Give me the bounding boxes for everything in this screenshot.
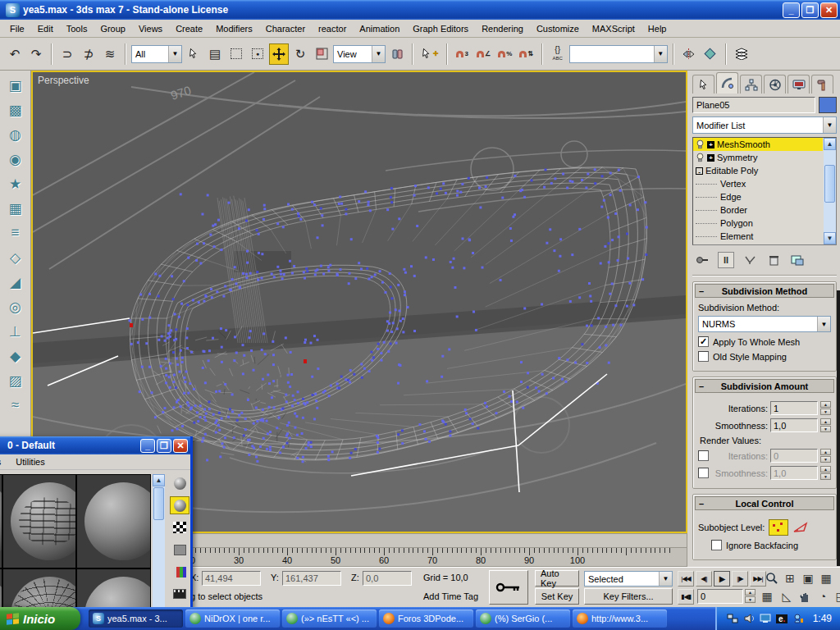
create-tab[interactable] [692,75,714,94]
rollout-header[interactable]: –Subdivision Method [695,284,834,298]
key-step-toggle-icon[interactable]: ▮◀▮ [678,589,694,605]
menu-reactor[interactable]: reactor [312,22,353,35]
stack-item-vertex[interactable]: Vertex [693,177,823,190]
maximize-button[interactable]: ❐ [801,2,819,18]
fov-icon[interactable]: ◺ [778,588,796,605]
object-color-swatch[interactable] [819,97,837,113]
stack-item-symmetry[interactable]: +Symmetry [693,151,823,164]
motor-icon[interactable]: ◎ [5,297,26,317]
prev-frame-icon[interactable]: ◀|| [696,571,712,587]
menu-views[interactable]: Views [132,22,169,35]
menu-maxscript[interactable]: MAXScript [586,22,641,35]
scroll-up-icon[interactable]: ▲ [153,474,165,486]
fracture-icon[interactable]: ▨ [5,371,26,390]
spinner-snap-icon[interactable]: ⇅ [517,43,536,65]
render-smoothness-spinner[interactable]: ▲▼ [820,466,831,480]
iterations-field[interactable]: 1 [770,401,818,415]
configure-modifier-sets-icon[interactable] [789,252,806,268]
chevron-down-icon[interactable]: ▼ [168,46,181,62]
bind-spacewarp-icon[interactable]: ≋ [100,43,120,65]
named-sets-icon[interactable]: {}ABC [548,43,568,65]
pivot-center-icon[interactable] [387,43,407,65]
object-name-field[interactable]: Plane05 [692,97,815,113]
scroll-thumb[interactable] [153,487,164,520]
display-adapter-icon[interactable] [760,613,772,625]
select-move-icon[interactable] [269,43,289,65]
scroll-down-icon[interactable]: ▼ [824,232,836,244]
menu-tools[interactable]: Tools [60,22,94,35]
minimize-button[interactable]: _ [783,2,800,18]
menu-edit[interactable]: Edit [31,22,60,35]
stack-item-edge[interactable]: Edge [693,190,823,203]
chevron-down-icon[interactable]: ▼ [817,317,830,331]
menu-customize[interactable]: Customize [530,22,586,35]
render-iterations-field[interactable]: 0 [770,449,818,463]
messenger-tray-icon[interactable] [792,613,805,625]
chevron-down-icon[interactable]: ▼ [372,46,385,62]
show-end-result-icon[interactable]: II [718,252,734,268]
stack-item-border[interactable]: Border [693,203,823,217]
task-button-6[interactable]: http://www.3... [573,609,667,628]
network-icon[interactable] [727,613,739,625]
material-editor-window[interactable]: 0 - Default _ ❐ ✕ tionsUtilities ▲ [0,436,193,630]
layer-manager-icon[interactable] [732,43,751,65]
next-frame-icon[interactable]: ||▶ [732,571,748,587]
material-slot-plain-1[interactable] [76,474,151,568]
chevron-down-icon[interactable]: ▼ [823,117,836,133]
menu-graph-editors[interactable]: Graph Editors [406,22,475,35]
frame-spinner[interactable]: ▲▼ [745,589,756,603]
select-by-name-icon[interactable]: ▤ [205,43,225,65]
modifier-list-dropdown[interactable]: Modifier List ▼ [692,116,837,134]
backlight-icon[interactable] [170,496,189,514]
menu-help[interactable]: Help [641,22,673,35]
apply-whole-mesh-row[interactable]: ✓ Apply To Whole Mesh [698,336,831,347]
close-button[interactable]: ✕ [820,2,838,18]
panel-scroll-strip[interactable] [837,290,840,566]
smoothness-field[interactable]: 1,0 [770,418,818,432]
key-mode-dropdown[interactable]: Selected▼ [584,571,673,587]
zoom-icon[interactable] [763,570,781,587]
viewport-label[interactable]: Perspective [38,75,89,86]
time-configuration-icon[interactable]: ▦ [758,588,776,605]
start-button[interactable]: Inicio [0,607,80,630]
make-preview-icon[interactable] [170,585,189,603]
stack-item-polygon[interactable]: Polygon [693,217,823,230]
zoom-region-icon[interactable]: ⊞ [781,570,799,587]
minimize-button[interactable]: _ [140,439,155,453]
utilities-tab[interactable] [811,75,833,94]
percent-snap-icon[interactable]: % [495,43,515,65]
hierarchy-tab[interactable] [740,75,762,94]
spring-icon[interactable]: ≡ [5,223,26,243]
material-slot-blueprint[interactable] [2,474,77,568]
go-start-icon[interactable]: |◀◀ [678,571,694,587]
toy-car-icon[interactable]: ◆ [5,346,26,366]
rope-collection-icon[interactable]: ◉ [5,149,26,169]
task-button-5[interactable]: (%) SerGio (... [476,609,570,628]
auto-key-button[interactable]: Auto Key [535,570,579,587]
remove-modifier-icon[interactable] [765,252,782,268]
ignore-backfacing-row[interactable]: Ignore Backfacing [711,540,831,550]
arc-rotate-icon[interactable]: ◔ [814,588,832,605]
modify-tab[interactable] [716,72,738,94]
material-editor-titlebar[interactable]: 0 - Default _ ❐ ✕ [0,436,190,454]
render-smoothness-checkbox[interactable] [698,468,709,478]
menu-file[interactable]: File [3,22,31,35]
sample-type-icon[interactable] [170,474,189,492]
x-coordinate-field[interactable]: 41,494 [202,571,261,586]
menu-character[interactable]: Character [259,22,312,35]
named-selection-dropdown[interactable]: ▼ [569,45,668,63]
soft-body-collection-icon[interactable]: ◍ [5,125,26,144]
iterations-spinner[interactable]: ▲▼ [820,401,831,415]
menu-rendering[interactable]: Rendering [475,22,530,35]
unlink-selection-icon[interactable]: ⊅ [79,43,98,65]
render-iterations-checkbox[interactable] [698,450,709,461]
mat-menu-tions[interactable]: tions [0,457,1,467]
selection-filter-dropdown[interactable]: All▼ [131,45,182,63]
rigid-body-collection-icon[interactable]: ▣ [5,75,26,95]
tiling-icon[interactable] [170,541,189,559]
motion-tab[interactable] [764,75,786,94]
cloth-collection-icon[interactable]: ▩ [5,100,26,120]
select-object-icon[interactable] [184,43,203,65]
snap-3d-icon[interactable]: 3 [453,43,472,65]
rollout-header[interactable]: –Local Control [695,496,834,510]
